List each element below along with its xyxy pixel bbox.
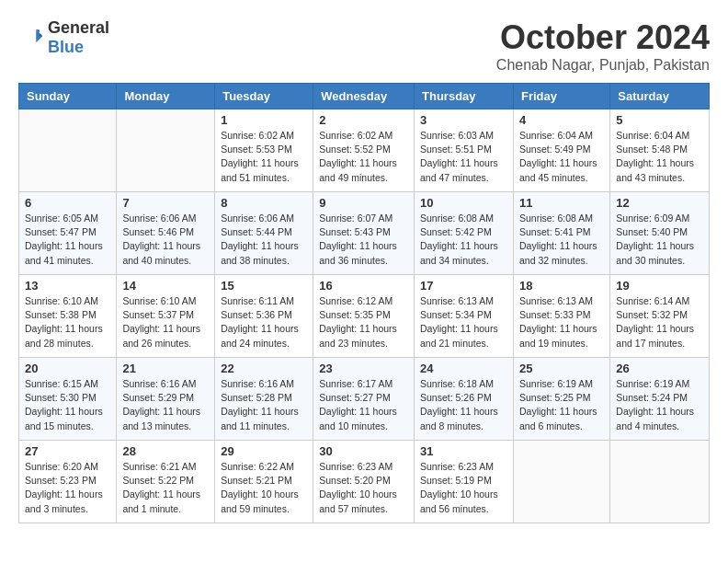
day-info: Sunrise: 6:16 AM Sunset: 5:29 PM Dayligh… — [122, 377, 209, 433]
day-cell: 4Sunrise: 6:04 AM Sunset: 5:49 PM Daylig… — [513, 109, 609, 192]
day-cell: 5Sunrise: 6:04 AM Sunset: 5:48 PM Daylig… — [610, 109, 710, 192]
day-info: Sunrise: 6:09 AM Sunset: 5:40 PM Dayligh… — [616, 212, 703, 268]
day-info: Sunrise: 6:10 AM Sunset: 5:38 PM Dayligh… — [25, 294, 110, 350]
day-cell — [117, 109, 215, 192]
day-info: Sunrise: 6:23 AM Sunset: 5:19 PM Dayligh… — [420, 460, 507, 516]
location-title: Chenab Nagar, Punjab, Pakistan — [496, 57, 710, 74]
day-info: Sunrise: 6:05 AM Sunset: 5:47 PM Dayligh… — [25, 212, 110, 268]
day-number: 18 — [519, 279, 604, 293]
day-cell — [19, 109, 117, 192]
day-info: Sunrise: 6:22 AM Sunset: 5:21 PM Dayligh… — [221, 460, 307, 516]
day-cell: 22Sunrise: 6:16 AM Sunset: 5:28 PM Dayli… — [215, 358, 313, 441]
day-info: Sunrise: 6:03 AM Sunset: 5:51 PM Dayligh… — [420, 129, 507, 185]
day-number: 2 — [319, 113, 408, 127]
week-row-2: 6Sunrise: 6:05 AM Sunset: 5:47 PM Daylig… — [19, 192, 710, 275]
day-info: Sunrise: 6:14 AM Sunset: 5:32 PM Dayligh… — [616, 294, 703, 350]
week-row-1: 1Sunrise: 6:02 AM Sunset: 5:53 PM Daylig… — [19, 109, 710, 192]
logo: General Blue — [18, 18, 109, 57]
day-info: Sunrise: 6:08 AM Sunset: 5:42 PM Dayligh… — [420, 212, 507, 268]
day-info: Sunrise: 6:06 AM Sunset: 5:46 PM Dayligh… — [122, 212, 209, 268]
day-info: Sunrise: 6:19 AM Sunset: 5:25 PM Dayligh… — [519, 377, 604, 433]
day-cell: 21Sunrise: 6:16 AM Sunset: 5:29 PM Dayli… — [117, 358, 215, 441]
day-cell: 23Sunrise: 6:17 AM Sunset: 5:27 PM Dayli… — [313, 358, 415, 441]
day-number: 3 — [420, 113, 507, 127]
calendar-table: SundayMondayTuesdayWednesdayThursdayFrid… — [18, 83, 710, 523]
day-info: Sunrise: 6:08 AM Sunset: 5:41 PM Dayligh… — [519, 212, 604, 268]
week-row-3: 13Sunrise: 6:10 AM Sunset: 5:38 PM Dayli… — [19, 275, 710, 358]
day-info: Sunrise: 6:18 AM Sunset: 5:26 PM Dayligh… — [420, 377, 507, 433]
day-cell: 16Sunrise: 6:12 AM Sunset: 5:35 PM Dayli… — [313, 275, 415, 358]
day-number: 17 — [420, 279, 507, 293]
day-info: Sunrise: 6:17 AM Sunset: 5:27 PM Dayligh… — [319, 377, 408, 433]
day-info: Sunrise: 6:07 AM Sunset: 5:43 PM Dayligh… — [319, 212, 408, 268]
day-info: Sunrise: 6:04 AM Sunset: 5:49 PM Dayligh… — [519, 129, 604, 185]
day-cell: 11Sunrise: 6:08 AM Sunset: 5:41 PM Dayli… — [513, 192, 609, 275]
day-cell: 25Sunrise: 6:19 AM Sunset: 5:25 PM Dayli… — [513, 358, 609, 441]
day-info: Sunrise: 6:16 AM Sunset: 5:28 PM Dayligh… — [221, 377, 307, 433]
day-number: 1 — [221, 113, 307, 127]
day-info: Sunrise: 6:13 AM Sunset: 5:34 PM Dayligh… — [420, 294, 507, 350]
day-number: 11 — [519, 196, 604, 210]
day-info: Sunrise: 6:02 AM Sunset: 5:52 PM Dayligh… — [319, 129, 408, 185]
day-number: 26 — [616, 362, 703, 375]
day-number: 31 — [420, 444, 507, 458]
day-info: Sunrise: 6:12 AM Sunset: 5:35 PM Dayligh… — [319, 294, 408, 350]
day-cell: 3Sunrise: 6:03 AM Sunset: 5:51 PM Daylig… — [415, 109, 514, 192]
calendar-header-row: SundayMondayTuesdayWednesdayThursdayFrid… — [19, 84, 710, 109]
column-header-sunday: Sunday — [19, 84, 117, 109]
day-number: 30 — [319, 444, 408, 458]
day-number: 15 — [221, 279, 307, 293]
day-cell: 9Sunrise: 6:07 AM Sunset: 5:43 PM Daylig… — [313, 192, 415, 275]
day-number: 16 — [319, 279, 408, 293]
day-cell: 10Sunrise: 6:08 AM Sunset: 5:42 PM Dayli… — [415, 192, 514, 275]
day-number: 7 — [122, 196, 209, 210]
day-cell: 1Sunrise: 6:02 AM Sunset: 5:53 PM Daylig… — [215, 109, 313, 192]
day-cell: 18Sunrise: 6:13 AM Sunset: 5:33 PM Dayli… — [513, 275, 609, 358]
day-cell: 17Sunrise: 6:13 AM Sunset: 5:34 PM Dayli… — [415, 275, 514, 358]
day-cell: 31Sunrise: 6:23 AM Sunset: 5:19 PM Dayli… — [415, 441, 514, 523]
day-cell: 6Sunrise: 6:05 AM Sunset: 5:47 PM Daylig… — [19, 192, 117, 275]
logo-general-text: General — [48, 18, 109, 37]
day-number: 24 — [420, 362, 507, 375]
day-number: 9 — [319, 196, 408, 210]
day-number: 13 — [25, 279, 110, 293]
day-number: 14 — [122, 279, 209, 293]
day-info: Sunrise: 6:06 AM Sunset: 5:44 PM Dayligh… — [221, 212, 307, 268]
day-cell: 29Sunrise: 6:22 AM Sunset: 5:21 PM Dayli… — [215, 441, 313, 523]
day-number: 28 — [122, 444, 209, 458]
day-number: 19 — [616, 279, 703, 293]
title-section: October 2024 Chenab Nagar, Punjab, Pakis… — [496, 18, 710, 74]
day-number: 8 — [221, 196, 307, 210]
day-number: 23 — [319, 362, 408, 375]
week-row-4: 20Sunrise: 6:15 AM Sunset: 5:30 PM Dayli… — [19, 358, 710, 441]
column-header-monday: Monday — [117, 84, 215, 109]
week-row-5: 27Sunrise: 6:20 AM Sunset: 5:23 PM Dayli… — [19, 441, 710, 523]
day-number: 5 — [616, 113, 703, 127]
day-info: Sunrise: 6:10 AM Sunset: 5:37 PM Dayligh… — [122, 294, 209, 350]
day-number: 6 — [25, 196, 110, 210]
logo-icon — [18, 25, 44, 51]
day-info: Sunrise: 6:20 AM Sunset: 5:23 PM Dayligh… — [25, 460, 110, 516]
logo-blue-text: Blue — [48, 38, 84, 56]
day-info: Sunrise: 6:13 AM Sunset: 5:33 PM Dayligh… — [519, 294, 604, 350]
day-cell — [513, 441, 609, 523]
column-header-wednesday: Wednesday — [313, 84, 415, 109]
month-title: October 2024 — [496, 18, 710, 57]
column-header-thursday: Thursday — [415, 84, 514, 109]
day-number: 4 — [519, 113, 604, 127]
day-info: Sunrise: 6:15 AM Sunset: 5:30 PM Dayligh… — [25, 377, 110, 433]
day-number: 10 — [420, 196, 507, 210]
day-cell: 28Sunrise: 6:21 AM Sunset: 5:22 PM Dayli… — [117, 441, 215, 523]
day-cell: 2Sunrise: 6:02 AM Sunset: 5:52 PM Daylig… — [313, 109, 415, 192]
day-cell: 8Sunrise: 6:06 AM Sunset: 5:44 PM Daylig… — [215, 192, 313, 275]
day-info: Sunrise: 6:21 AM Sunset: 5:22 PM Dayligh… — [122, 460, 209, 516]
day-number: 12 — [616, 196, 703, 210]
day-cell: 27Sunrise: 6:20 AM Sunset: 5:23 PM Dayli… — [19, 441, 117, 523]
day-number: 29 — [221, 444, 307, 458]
day-cell: 15Sunrise: 6:11 AM Sunset: 5:36 PM Dayli… — [215, 275, 313, 358]
day-number: 20 — [25, 362, 110, 375]
day-cell: 24Sunrise: 6:18 AM Sunset: 5:26 PM Dayli… — [415, 358, 514, 441]
day-cell: 26Sunrise: 6:19 AM Sunset: 5:24 PM Dayli… — [610, 358, 710, 441]
day-number: 27 — [25, 444, 110, 458]
column-header-saturday: Saturday — [610, 84, 710, 109]
